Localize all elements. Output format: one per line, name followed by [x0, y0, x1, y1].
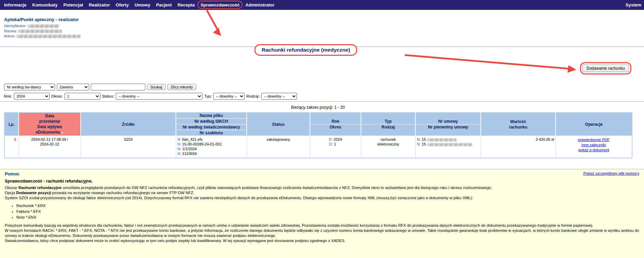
provider-id-label: Identyfikator: — [4, 24, 27, 28]
help-text: Obszar — [5, 186, 18, 190]
help-paragraph-2: Opcja Dodawanie pozycji pozwala na wczyt… — [5, 190, 639, 195]
redacted-address — [17, 35, 81, 38]
file-name: fakt_421.efx — [182, 137, 203, 141]
range-info: Bieżący zakres pozycji: 1 - 20 — [4, 105, 632, 110]
help-paragraph-6: Świadczeniodawca, który chce podpisać do… — [5, 238, 639, 243]
nav-item-sprawozdawczosc[interactable]: Sprawozdawczość — [200, 0, 240, 10]
status-label: Status: — [102, 94, 114, 98]
col-header-data-przeslania[interactable]: Data przesłania/ Data wpływu eDokumentu▲ — [19, 113, 81, 136]
o-prefix: O: — [329, 142, 333, 146]
umowa2-number-visible: 15 — [422, 142, 426, 146]
header-line: Rodzaj — [361, 124, 415, 130]
col-header-nr-umowy[interactable]: Nr umowy Nr pierwotny umowy — [415, 113, 481, 136]
n-prefix: N: — [178, 152, 181, 156]
header-line: eDokumentu — [36, 130, 61, 135]
link-pokaz-edokument[interactable]: pokaż e-dokument — [557, 148, 631, 152]
kind-select[interactable]: -- dowolny -- — [261, 93, 297, 100]
nav-item-system[interactable]: System — [626, 0, 641, 10]
nav-item-label: Sprawozdawczość — [200, 2, 240, 7]
nav-item-recepta[interactable]: Recepta — [178, 0, 195, 10]
link-inne-zalaczniki[interactable]: inne załączniki — [557, 142, 631, 147]
top-navigation: Informacje Komunikaty Potencjał Realizat… — [0, 0, 644, 10]
header-line: Typ — [361, 119, 415, 124]
search-button[interactable]: Szukaj — [147, 84, 166, 90]
table-header-row: Lp. Data przesłania/ Data wpływu eDokume… — [4, 113, 632, 136]
sort-asc-icon: ▲ — [61, 131, 64, 134]
nav-item-pacjent[interactable]: Pacjent — [156, 0, 172, 10]
annotation-circle-title: Rachunki refundacyjne (medyczne) — [254, 44, 357, 56]
filters-row: Rok: 2024 Okres: 1 Status: -- dowolny --… — [4, 93, 297, 100]
col-header-nazwa-pliku[interactable]: Nazwa pliku Nr według SIKCH Nr według św… — [176, 113, 247, 136]
col-header-wartosc[interactable]: Wartość rachunku — [481, 113, 556, 136]
nav-item-oferty[interactable]: Oferty — [116, 0, 129, 10]
header-line-sort: eDokumentu▲ — [19, 130, 80, 135]
search-field-select[interactable]: Nr według św-dawcy — [4, 84, 55, 90]
table-row: 1. 2024-02-12 17:38:39 / 2024-02-12 SZOI… — [4, 136, 632, 158]
year-select[interactable]: 2024 — [14, 93, 50, 100]
nav-item-potencjal[interactable]: Potencjał — [63, 0, 83, 10]
help-format-list: Rachunek *.ERX Faktura *.EFX Nota *.ENX — [5, 203, 639, 220]
col-header-rok-okres[interactable]: Rok Okres — [310, 113, 361, 136]
help-title: Pomoc — [5, 171, 19, 176]
header-line: Data — [19, 113, 80, 119]
rok-line: R: 2024 — [329, 137, 342, 142]
help-subtitle: Sprawozdawczość - rachunki refundacyjne. — [5, 179, 639, 184]
col-header-operacje: Operacje — [556, 113, 632, 136]
cell-typ-rodzaj: rachunek elektroniczny — [361, 136, 415, 158]
detailed-help-link[interactable]: Pokaż szczegółowy plik pomocy — [583, 171, 639, 175]
list-item: Nota *.ENX — [16, 215, 639, 220]
help-header: Pomoc Pokaż szczegółowy plik pomocy — [5, 171, 639, 176]
help-paragraph-4: Powyższe komunikaty bazują na wspólnej s… — [5, 223, 639, 228]
cell-wartosc: 3 420,36 zł — [481, 136, 556, 158]
template-number-line: N: 2123659 — [178, 151, 245, 156]
nav-item-realizator[interactable]: Realizator — [89, 0, 110, 10]
template-number: 2123659 — [182, 152, 197, 156]
year-label: Rok: — [4, 94, 12, 98]
type-select[interactable]: -- dowolny -- — [213, 93, 245, 100]
help-text: pozwala na wczytanie nowego rachunku ref… — [51, 191, 194, 195]
nav-item-administrator[interactable]: Administrator — [245, 0, 274, 10]
help-section: Pomoc Pokaż szczegółowy plik pomocy Spra… — [0, 169, 644, 258]
header-line: Nazwa pliku — [176, 113, 246, 119]
page-title: Rachunki refundacyjne (medyczne) — [262, 47, 350, 53]
col-header-typ-rodzaj[interactable]: Typ Rodzaj — [361, 113, 415, 136]
nav-item-komunikaty[interactable]: Komunikaty — [32, 0, 57, 10]
okres-value: 1 — [334, 142, 336, 146]
n-prefix: N: — [178, 147, 181, 151]
add-invoice-button[interactable]: Dodawanie rachunku — [582, 65, 629, 72]
header-line: Nr według świadczeniodawcy — [176, 124, 246, 130]
col-header-status[interactable]: Status — [247, 113, 310, 136]
header-line: przesłania/ — [19, 119, 80, 124]
link-potwierdzenie-pdf[interactable]: potwierdzenie PDF — [557, 137, 631, 142]
provider-name-label: Nazwa: — [4, 29, 17, 33]
r-prefix: R: — [329, 137, 333, 141]
cell-lp: 1. — [4, 136, 19, 158]
status-select[interactable]: -- dowolny -- — [116, 93, 202, 100]
list-item: Rachunek *.ERX — [16, 203, 639, 208]
arrow-to-add-button — [405, 55, 576, 73]
header-line: Rok — [310, 119, 361, 124]
upload-date: 2024-02-12 17:38:39 / — [20, 137, 79, 142]
redacted-identifier — [28, 24, 59, 28]
cell-data-przeslania: 2024-02-12 17:38:39 / 2024-02-12 — [19, 136, 81, 158]
search-input[interactable] — [91, 84, 145, 90]
nav-item-informacje[interactable]: Informacje — [4, 0, 27, 10]
typ-value: rachunek — [363, 137, 414, 142]
kind-label: Rodzaj: — [246, 94, 260, 98]
nav-item-umowy[interactable]: Umowy — [134, 0, 150, 10]
search-operator-select[interactable]: Zawiera — [57, 84, 89, 90]
help-paragraph-3: System SZOI został przystosowany do obsł… — [5, 195, 639, 201]
rok-okres-values: R: 2024 O: 1 — [329, 137, 342, 147]
umowa-number-visible: 15 — [422, 137, 426, 141]
annotation-circle-add-button: Dodawanie rachunku — [580, 62, 631, 74]
col-header-lp: Lp. — [4, 113, 19, 136]
col-header-zrodlo[interactable]: Źródło — [81, 113, 176, 136]
rok-value: 2024 — [334, 137, 342, 141]
period-select[interactable]: 1 — [65, 93, 100, 100]
cell-nr-umowy: N: 15 N: 15 — [415, 136, 481, 158]
okres-line: O: 1 — [329, 142, 342, 147]
col-header-status-label: Status — [247, 122, 310, 127]
count-records-button[interactable]: Zlicz rekordy — [167, 84, 196, 90]
sikch-number-line: N: 15-00-00289-24-01-001 — [178, 142, 245, 147]
cell-nazwa-pliku: N: fakt_421.efx N: 15-00-00289-24-01-001… — [176, 136, 247, 158]
